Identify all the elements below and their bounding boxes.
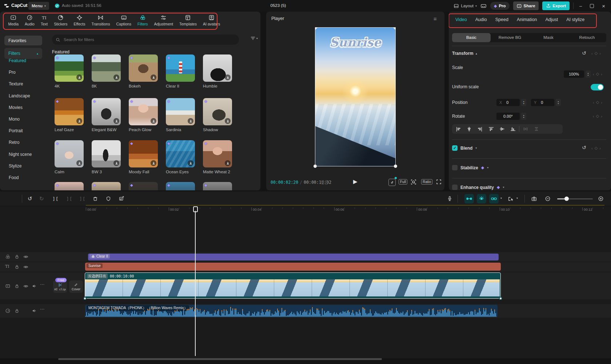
rotate-stepper[interactable]: ▴▾ [521,113,526,120]
transform-reset-button[interactable]: ↺ [582,50,586,56]
position-x-stepper[interactable]: ▴▾ [521,99,526,106]
redo-button[interactable]: ↻ [39,195,44,202]
rotate-input[interactable]: 0.00° [496,113,520,120]
export-button[interactable]: Export [542,1,570,10]
delete-button[interactable] [92,196,98,202]
enhance-quality-checkbox[interactable] [452,185,458,190]
record-voiceover-button[interactable] [447,195,453,202]
timeline-horizontal-scrollbar[interactable] [58,358,382,360]
video-clip[interactable]: 云边的日出 00:00:10:00 [85,272,501,299]
subtab-remove-bg[interactable]: Remove BG [491,33,529,42]
download-icon[interactable] [225,160,231,166]
video-track-more-icon[interactable]: ⋯ [40,282,45,287]
zoom-in-button[interactable] [598,196,604,202]
sidebar-item-night-scene[interactable]: Night scene [9,152,32,159]
play-button[interactable]: ▶ [353,178,358,185]
link-clips-button[interactable] [489,194,499,203]
filter-card-elegant-b-w[interactable]: ◆Elegant B&W [92,98,121,132]
tab-captions[interactable]: Captions [113,13,134,28]
selection-handle[interactable] [393,27,396,30]
transform-keyframe-controls[interactable]: ‹◇› [591,51,601,56]
playhead-handle[interactable] [193,206,198,212]
pro-badge[interactable]: ◆ Pro [490,2,510,10]
zoom-out-button[interactable] [545,196,551,202]
full-button[interactable]: Full [399,179,407,185]
subtab-mask[interactable]: Mask [529,33,568,42]
filter-card-humble[interactable]: Humble [203,54,232,88]
menu-button[interactable]: Menu ▾ [28,2,49,10]
chevron-down-icon[interactable]: ▾ [487,166,488,169]
sidebar-item-stylize[interactable]: Stylize [9,163,21,171]
playhead-line[interactable] [195,211,196,356]
tab-stickers[interactable]: Stickers [51,13,71,28]
align-middle-icon[interactable] [496,124,507,134]
filter-card-clear-ii[interactable]: ◆Clear II [166,54,195,88]
cover-button[interactable]: Cover [69,280,83,293]
blend-checkbox[interactable]: ✓ [452,145,458,151]
fullscreen-button[interactable] [436,179,442,185]
auto-remove-gaps-button[interactable] [477,194,486,203]
search-input[interactable] [63,37,235,42]
align-center-horizontal-icon[interactable] [464,124,475,134]
sidebar-item-retro[interactable]: Retro [9,140,19,147]
delete-left-button[interactable]: ][ [66,196,73,202]
filter-card-partial[interactable]: ◆ [129,182,158,190]
sidebar-item-portrait[interactable]: Portrait [9,128,23,136]
align-right-icon[interactable] [475,124,486,134]
filter-clip[interactable]: Clear II [88,254,499,260]
filter-card-matte-wheat-2[interactable]: ◆Matte Wheat 2 [203,140,232,174]
download-icon[interactable] [188,160,193,166]
undo-button[interactable]: ↺ [28,195,32,202]
chevron-down-icon[interactable]: ▾ [503,186,504,189]
slider-thumb[interactable] [564,197,569,201]
download-icon[interactable] [113,118,119,124]
filter-card-partial[interactable]: ◆ [166,182,195,190]
clip-trim-handle[interactable] [83,297,87,300]
position-keyframe-controls[interactable]: ‹◇› [593,100,602,105]
preview-text-overlay[interactable]: Sunrise [315,35,395,49]
download-icon[interactable] [76,160,82,166]
link-options-chevron[interactable]: ▾ [500,197,502,200]
timeline-ruler[interactable]: 00:0000:0200:0400:0600:0800:1000:12 [0,206,611,213]
tab-animation[interactable]: Animation [517,17,537,22]
add-marker-button[interactable] [119,196,124,202]
sidebar-item-featured[interactable]: Featured [9,58,26,65]
download-icon[interactable] [113,160,119,166]
sidebar-item-food[interactable]: Food [9,175,19,182]
scale-stepper[interactable]: ▴▾ [586,70,591,78]
rotate-keyframe-controls[interactable]: ‹◇› [593,114,602,118]
maximize-button[interactable] [588,4,596,8]
sidebar-item-favorites[interactable]: Favorites [4,36,42,45]
selection-mode-chevron[interactable]: ▾ [516,197,518,200]
magnetic-snap-button[interactable] [464,194,474,203]
download-icon[interactable] [113,74,119,80]
filter-track-lock-icon[interactable] [14,254,20,259]
subtab-retouch[interactable]: Retouch [568,33,606,42]
filter-card-8k[interactable]: ◆8K [92,54,121,88]
share-button[interactable]: Share [513,1,539,10]
download-icon[interactable] [151,160,156,166]
preview-zoom-button[interactable] [410,179,417,185]
selection-handle[interactable] [394,165,397,168]
chevron-down-icon[interactable]: ▾ [475,146,477,150]
download-icon[interactable] [188,118,193,124]
filter-card-partial[interactable]: ◆ [203,182,232,190]
video-track-mute-icon[interactable] [32,283,37,289]
clip-trim-handle[interactable] [499,297,502,300]
selection-handle[interactable] [315,27,318,30]
transform-header[interactable]: Transform ▴ [452,51,477,56]
filter-track-visibility-icon[interactable] [23,254,29,260]
tab-audio[interactable]: Audio [475,17,487,22]
tab-media[interactable]: Media [5,13,22,28]
tab-ai-stylize[interactable]: AI stylize [566,17,584,22]
align-bottom-icon[interactable] [507,124,518,134]
download-icon[interactable] [225,74,231,80]
video-track-visibility-icon[interactable] [23,283,29,289]
filter-card-calm[interactable]: ◆Calm [55,140,84,174]
text-clip[interactable]: Sunrise [85,263,501,271]
download-icon[interactable] [225,118,231,124]
stabilize-checkbox[interactable] [452,165,458,170]
text-track-visibility-icon[interactable] [23,264,29,270]
position-y-stepper[interactable]: ▴▾ [556,99,561,106]
download-icon[interactable] [76,118,82,124]
